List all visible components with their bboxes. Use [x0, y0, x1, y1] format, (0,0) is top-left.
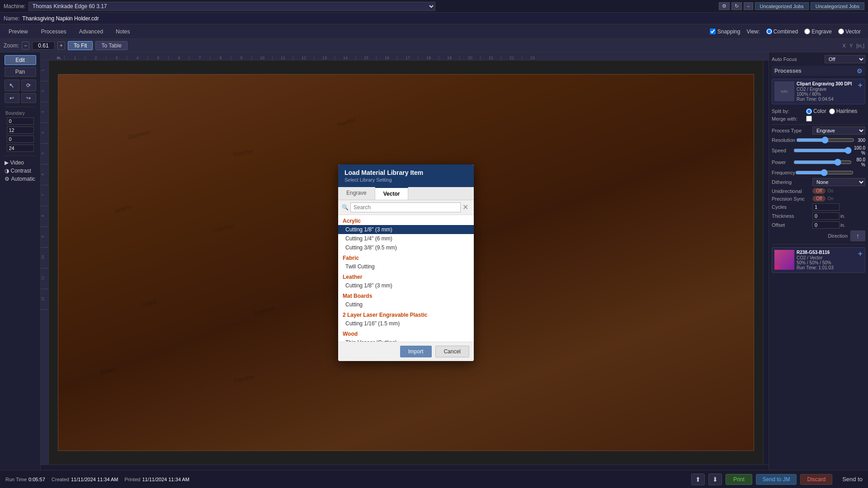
offset-input[interactable] — [812, 221, 840, 229]
edit-btn[interactable]: Edit — [5, 55, 36, 65]
process-add-btn-1[interactable]: + — [858, 81, 863, 89]
ruler-left-8: 8 — [41, 206, 48, 227]
precision-sync-off-btn[interactable]: Off — [812, 196, 826, 202]
cycles-label: Cycles — [772, 204, 812, 210]
download-icon-btn[interactable]: ⬇ — [708, 474, 722, 485]
power-range[interactable] — [793, 159, 852, 166]
modal-item-wood-1[interactable]: Thin Veneer (Cutting) — [338, 338, 474, 342]
thickness-input[interactable] — [812, 212, 840, 220]
view-combined-radio[interactable] — [766, 28, 772, 34]
tab-processes[interactable]: Processes — [35, 26, 73, 37]
modal-item-matboards-1[interactable]: Cutting — [338, 300, 474, 309]
split-color-radio[interactable] — [806, 108, 812, 114]
select-tool-btn[interactable]: ↖ — [5, 80, 19, 91]
ruler-left-4: 4 — [41, 123, 48, 144]
minimize-icon-btn[interactable]: − — [744, 2, 753, 10]
settings-icon-btn[interactable]: ⚙ — [719, 2, 730, 10]
snapping-checkbox[interactable] — [710, 28, 716, 34]
unidirectional-on-label: On — [827, 188, 833, 193]
upload-icon-btn[interactable]: ⬆ — [691, 474, 705, 485]
redo-btn[interactable]: ↪ — [21, 93, 36, 103]
tab-preview[interactable]: Preview — [2, 26, 35, 38]
view-vector-radio[interactable] — [838, 28, 844, 34]
view-engrave-radio[interactable] — [804, 28, 810, 34]
split-hairlines-radio[interactable] — [829, 108, 835, 114]
view-vector-label[interactable]: Vector — [838, 28, 861, 35]
v-scrollbar[interactable] — [763, 61, 769, 465]
modal-item-acrylic-2[interactable]: Cutting 1/4" (6 mm) — [338, 234, 474, 243]
automatic-item[interactable]: ⚙ Automatic — [5, 176, 36, 182]
modal-import-btn[interactable]: Import — [400, 346, 432, 357]
ruler-left-12: 12 — [41, 289, 48, 310]
to-fit-btn[interactable]: To Fit — [68, 41, 93, 50]
refresh-icon-btn[interactable]: ↻ — [731, 2, 742, 10]
boundary-field-3[interactable] — [7, 136, 34, 143]
search-icon: 🔍 — [342, 204, 349, 211]
modal-search-clear-btn[interactable]: ✕ — [461, 203, 470, 211]
speed-range[interactable] — [793, 147, 852, 154]
boundary-field-1[interactable] — [7, 117, 34, 125]
ruler-tick-14: 14 — [335, 56, 355, 60]
unidirectional-off-btn[interactable]: Off — [812, 188, 826, 194]
direction-up-btn[interactable]: ↑ — [850, 230, 865, 241]
modal-item-leather-1[interactable]: Cutting 1/8" (3 mm) — [338, 281, 474, 290]
video-item[interactable]: ▶ Video — [5, 160, 36, 166]
machine-select[interactable]: Thomas Kinkade Edge 60 3.17 — [28, 2, 435, 11]
unidirectional-label: Unidirectional — [772, 188, 812, 194]
tab-notes[interactable]: Notes — [109, 26, 136, 37]
modal-search-input[interactable] — [350, 202, 461, 212]
process-runtime-2: Run Time: 1:01:03 — [797, 265, 855, 270]
process-thumb-1: IMG — [774, 81, 794, 101]
boundary-field-4[interactable] — [7, 145, 34, 152]
send-jm-btn[interactable]: Send to JM — [756, 474, 797, 485]
undo-btn[interactable]: ↩ — [5, 93, 19, 103]
ruler-tick-12: 12 — [293, 56, 314, 60]
resolution-value: 300 — [854, 138, 865, 143]
split-color-label[interactable]: Color — [806, 108, 826, 114]
ruler-left-11: 11 — [41, 268, 48, 289]
uncategorized-jobs-dropdown[interactable]: Uncategorized Jobs — [755, 2, 809, 10]
frequency-range[interactable] — [795, 169, 854, 176]
pan-btn[interactable]: Pan — [5, 67, 36, 77]
process-add-btn-2[interactable]: + — [858, 250, 863, 258]
snapping-checkbox-label[interactable]: Snapping — [710, 28, 741, 35]
uncategorized-jobs-btn2[interactable]: Uncategorized Jobs — [811, 2, 864, 10]
ruler-tick-5: 5 — [147, 56, 168, 60]
auto-focus-select[interactable]: Off — [825, 55, 865, 63]
modal-category-fabric: Fabric — [338, 252, 474, 262]
file-name: Thanksgiving Napkin Holder.cdr — [22, 15, 99, 22]
cycles-input[interactable] — [812, 203, 840, 211]
modal-item-acrylic-3[interactable]: Cutting 3/8" (9.5 mm) — [338, 243, 474, 252]
resolution-range[interactable] — [796, 136, 854, 144]
tab-advanced[interactable]: Advanced — [73, 26, 109, 37]
modal-tab-vector[interactable]: Vector — [375, 187, 409, 200]
created-label: Created — [52, 477, 69, 482]
settings-btn[interactable]: ⚙ — [857, 67, 863, 75]
dithering-label: Dithering — [772, 179, 812, 185]
zoom-in-btn[interactable]: + — [57, 42, 65, 50]
boundary-field-2[interactable] — [7, 127, 34, 134]
merge-with-checkbox[interactable] — [806, 116, 812, 122]
process-type-select[interactable]: Engrave — [812, 127, 865, 135]
modal-item-fabric-1[interactable]: Twill Cutting — [338, 262, 474, 271]
zoom-value-input[interactable] — [32, 42, 55, 50]
ruler-tick-4: 4 — [127, 56, 147, 60]
modal-item-acrylic-1[interactable]: Cutting 1/8" (3 mm) — [338, 225, 474, 234]
dithering-select[interactable]: None — [812, 178, 865, 186]
ruler-tick-21: 21 — [480, 56, 501, 60]
modal-cancel-btn[interactable]: Cancel — [435, 346, 469, 357]
modal-item-2layer-1[interactable]: Cutting 1/16" (1.5 mm) — [338, 319, 474, 328]
transform-tool-btn[interactable]: ⟳ — [21, 80, 36, 91]
split-hairlines-label[interactable]: Hairlines — [829, 108, 858, 114]
ruler-tick-17: 17 — [397, 56, 418, 60]
zoom-out-btn[interactable]: − — [22, 42, 29, 50]
to-table-btn[interactable]: To Table — [95, 41, 127, 50]
print-btn[interactable]: Print — [726, 474, 752, 485]
view-engrave-label[interactable]: Engrave — [804, 28, 832, 35]
h-scrollbar[interactable] — [41, 465, 769, 470]
contrast-item[interactable]: ◑ Contrast — [5, 168, 36, 174]
power-label: Power — [772, 160, 793, 165]
discard-btn[interactable]: Discard — [800, 474, 832, 485]
modal-tab-engrave[interactable]: Engrave — [338, 187, 375, 200]
view-combined-label[interactable]: Combined — [766, 28, 798, 35]
